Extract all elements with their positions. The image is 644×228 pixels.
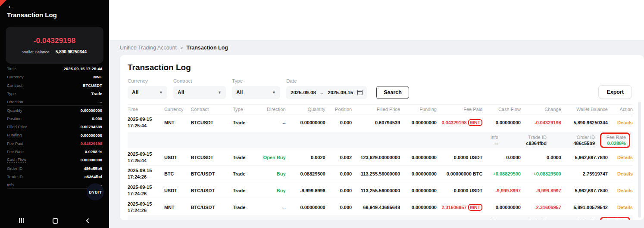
logo-text: BYB — [89, 190, 98, 194]
details-link[interactable]: Details — [617, 120, 633, 125]
column-header: Contract — [191, 107, 230, 112]
cell-fee-paid: 0.00000000BTC — [439, 171, 482, 176]
back-arrow-icon[interactable]: ← — [7, 2, 15, 9]
time-clock: 17:24:26 — [128, 174, 162, 180]
fee-rate-annotation-box: Fee Rate0.0288% — [600, 132, 630, 148]
export-button[interactable]: Export — [598, 85, 632, 99]
cell-fee-paid: 2.31606957MNT — [439, 204, 482, 211]
chevron-down-icon: ▼ — [272, 90, 276, 95]
time-date: 2025-09-15 — [128, 151, 162, 157]
fee-amount: 0.0000 — [454, 188, 469, 193]
scrollbar-track[interactable] — [638, 102, 641, 218]
cell-type: Trade — [233, 188, 254, 193]
type-filter-select[interactable]: All ▼ — [232, 86, 280, 99]
detail-trade-id: Trade ID48179327 — [503, 219, 547, 220]
table-row: 2025-09-1517:25:44USDTBTCUSDTTradeOpen B… — [128, 149, 633, 166]
cell-quantity: 0.00000000 — [288, 120, 325, 125]
cell-position: 0.000 — [328, 205, 352, 210]
cell-direction: Buy — [257, 188, 285, 193]
cell-action: Details — [610, 155, 633, 160]
field-row: CurrencyMNT — [7, 73, 102, 81]
cell-cash-flow: 0.0000 — [485, 155, 521, 160]
time-date: 2025-09-15 — [128, 116, 162, 123]
recents-icon[interactable] — [19, 218, 24, 223]
field-label: Type — [7, 91, 16, 96]
fee-unit: USDT — [469, 188, 482, 193]
transaction-log-card: Transaction Log Currency All ▼ Contract … — [120, 55, 644, 220]
field-label: Direction — [7, 99, 23, 104]
cell-quantity: 0.0020 — [288, 155, 325, 160]
detail-label: Trade ID — [503, 135, 547, 140]
cell-wallet-balance: 5,890.96250344 — [564, 120, 608, 125]
field-row: TypeTrade — [7, 89, 102, 98]
cell-quantity: 0.00000000 — [288, 205, 325, 210]
cell-funding: 0.00000000 — [403, 171, 437, 176]
fee-unit-annotation-box: MNT — [468, 204, 483, 211]
wallet-balance-value: 5,890.96250344 — [56, 49, 87, 54]
time-clock: 17:24:26 — [128, 207, 162, 214]
fee-amount: 2.31606957 — [441, 205, 466, 210]
field-label: Fee Paid — [7, 141, 23, 146]
cell-filled-price: 113,255.56000000 — [354, 188, 400, 193]
column-header: Time — [128, 107, 162, 112]
cell-currency: USDT — [164, 188, 188, 193]
cell-time: 2025-09-1517:24:26 — [128, 201, 162, 214]
home-icon[interactable] — [53, 218, 58, 224]
nav-back-icon[interactable] — [86, 218, 91, 223]
cell-contract: BTCUSDT — [191, 120, 230, 125]
cell-change: -2.31606957 — [523, 205, 561, 210]
field-label: Position — [7, 116, 22, 121]
column-header: Wallet Balance — [564, 107, 608, 112]
search-button[interactable]: Search — [376, 86, 409, 99]
details-link[interactable]: Details — [617, 188, 633, 193]
field-label: Currency — [7, 74, 24, 79]
column-header: Filled Price — [354, 107, 400, 112]
time-date: 2025-09-15 — [128, 167, 162, 174]
currency-filter-select[interactable]: All ▼ — [128, 86, 167, 99]
cell-funding: 0.00000000 — [403, 188, 437, 193]
field-row: Filled Price0.60794539 — [7, 123, 102, 131]
mobile-screenshot-panel: ← Transaction Log -0.04329198 Wallet Bal… — [0, 0, 109, 228]
field-value: 0.00000000 — [81, 133, 102, 138]
cell-type: Trade — [233, 205, 254, 210]
cell-wallet-balance: 5,962,697.7840 — [564, 155, 608, 160]
cell-position: 0.002 — [328, 155, 352, 160]
column-header: Direction — [257, 107, 285, 112]
cell-cash-flow: 0.00000000 — [485, 205, 521, 210]
breadcrumb-parent-link[interactable]: Unified Trading Account — [120, 45, 177, 51]
detail-value: -- — [455, 141, 498, 146]
field-label: Filled Price — [7, 124, 27, 129]
field-row: Trade IDc8364fbd — [7, 173, 102, 181]
detail-value: 486c55b9 — [552, 141, 595, 146]
table-row: 2025-09-1517:24:26MNTBTC/USDTTrade--0.00… — [128, 199, 633, 216]
date-filter-label: Date — [286, 78, 367, 83]
column-header: Type — [233, 107, 254, 112]
contract-filter-select[interactable]: All ▼ — [173, 86, 226, 99]
fee-unit: BTC — [473, 171, 483, 176]
cell-wallet-balance: 2.75919747 — [564, 171, 608, 176]
details-link[interactable]: Details — [617, 171, 633, 176]
cell-contract: BTCUSDT — [191, 155, 230, 160]
details-link[interactable]: Details — [617, 155, 633, 160]
contract-filter-value: All — [178, 89, 184, 96]
table-row: 2025-09-1517:25:44MNTBTCUSDTTrade--0.000… — [128, 114, 633, 131]
breadcrumb: Unified Trading Account > Transaction Lo… — [120, 40, 644, 55]
field-label: Funding — [7, 132, 22, 138]
cell-direction: -- — [257, 120, 285, 125]
column-header: Cash Flow — [485, 107, 521, 112]
cell-position: 0.000 — [328, 188, 352, 193]
field-value: MNT — [93, 74, 102, 79]
summary-card: -0.04329198 Wallet Balance 5,890.9625034… — [6, 27, 103, 64]
field-row: Time2025-09-15 17:25:44 — [7, 65, 102, 73]
cell-change: 0.0000 — [523, 155, 561, 160]
details-link[interactable]: Details — [617, 205, 633, 210]
bybit-logo: BYBIT — [87, 183, 104, 200]
date-range-picker[interactable]: 2025-09-08 → 2025-09-15 — [286, 86, 367, 99]
fee-amount: 0.0000 — [454, 155, 469, 160]
cell-change: -0.04329198 — [523, 120, 561, 125]
detail-order-id: Order ID48542208 — [552, 219, 595, 220]
field-label: Contract — [7, 83, 22, 88]
web-top-whitespace — [109, 0, 644, 40]
detail-label: Fee Rate — [604, 135, 626, 140]
time-clock: 17:25:44 — [128, 123, 162, 129]
